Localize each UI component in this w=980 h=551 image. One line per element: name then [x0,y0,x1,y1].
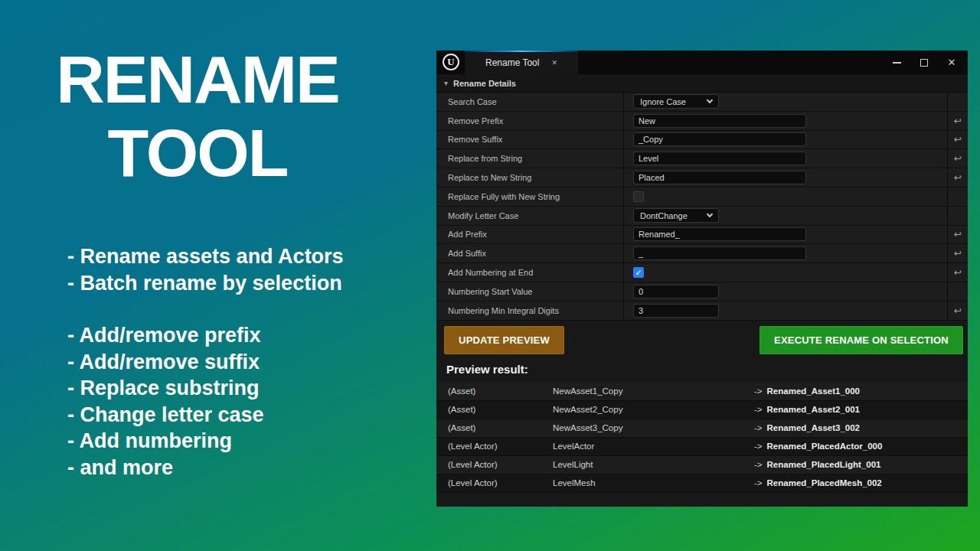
form-row-remove-prefix: Remove Prefix ↩ [436,112,968,131]
field-label: Remove Prefix [436,112,624,130]
field-label: Remove Suffix [436,131,624,149]
asset-type: (Asset) [436,386,553,396]
table-row: (Asset) NewAsset1_Copy ->Renamed_Asset1_… [436,383,968,401]
feature-item: - Batch rename by selection [67,270,344,297]
reset-cell [947,187,968,206]
feature-item: - Replace substring [67,375,344,402]
search-case-dropdown[interactable]: Ignore Case [633,94,719,109]
unreal-engine-logo-icon: U [443,54,459,70]
checkmark-icon: ✓ [635,269,642,277]
asset-type: (Asset) [436,423,553,432]
tab-close-icon[interactable]: ✕ [551,59,557,67]
feature-item: - and more [67,455,344,481]
reset-to-default-icon[interactable]: ↩ [954,172,962,183]
field-label: Add Prefix [436,226,624,244]
reset-cell: ↩ [947,263,968,282]
old-name: NewAsset1_Copy [553,386,754,396]
form-row-numbering-start: Numbering Start Value [436,282,968,302]
table-row: (Asset) NewAsset3_Copy ->Renamed_Asset3_… [436,419,968,438]
arrow-glyph: -> [754,478,763,487]
reset-cell: ↩ [947,131,968,149]
tab-rename-tool[interactable]: Rename Tool ✕ [465,51,578,74]
old-name: NewAsset3_Copy [553,423,754,432]
table-row: (Level Actor) LevelMesh ->Renamed_Placed… [436,474,968,493]
minimize-icon [893,62,901,64]
replace-to-input[interactable] [633,171,806,184]
preview-result-heading: Preview result: [446,363,968,376]
dropdown-value: DontChange [640,211,688,220]
field-label: Modify Letter Case [436,207,624,225]
tab-label: Rename Tool [485,57,540,68]
page-title: RENAME TOOL [21,43,374,190]
arrow-glyph: -> [754,423,763,432]
field-label: Replace to New String [436,168,624,187]
reset-to-default-icon[interactable]: ↩ [954,116,962,126]
form-row-replace-from: Replace from String ↩ [436,149,968,168]
asset-type: (Level Actor) [436,442,553,451]
asset-type: (Level Actor) [436,460,553,469]
feature-list: - Rename assets and Actors - Batch renam… [67,243,344,507]
reset-to-default-icon[interactable]: ↩ [954,153,962,164]
field-label: Numbering Min Integral Digits [436,302,624,320]
reset-cell: ↩ [947,149,968,168]
rename-details-header[interactable]: ▾ Rename Details [436,74,968,93]
modify-letter-case-dropdown[interactable]: DontChange [633,208,719,223]
rename-tool-window: U Rename Tool ✕ ✕ ▾ Rename Details Searc… [436,51,968,507]
new-name: Renamed_PlacedLight_001 [767,460,881,469]
feature-item: - Rename assets and Actors [67,243,344,270]
window-titlebar[interactable]: U Rename Tool ✕ ✕ [436,51,968,74]
numbering-digits-input[interactable] [633,304,719,318]
new-name: Renamed_Asset3_002 [767,423,860,432]
feature-item: - Add numbering [67,428,344,455]
replace-from-input[interactable] [633,152,806,165]
form-row-add-numbering: Add Numbering at End ✓ ↩ [436,263,968,282]
reset-to-default-icon[interactable]: ↩ [954,229,962,240]
reset-cell: ↩ [947,302,968,320]
replace-fully-checkbox[interactable] [633,191,644,202]
maximize-icon [920,59,928,67]
reset-cell [947,282,968,301]
reset-cell: ↩ [947,168,968,187]
reset-cell: ↩ [947,244,968,262]
minimize-button[interactable] [885,54,908,71]
feature-item: - Change letter case [67,402,344,429]
remove-suffix-input[interactable] [633,132,806,146]
form-row-modify-letter-case: Modify Letter Case DontChange [436,207,968,226]
reset-to-default-icon[interactable]: ↩ [954,248,962,259]
reset-to-default-icon[interactable]: ↩ [954,134,962,145]
execute-rename-button[interactable]: EXECUTE RENAME ON SELECTION [760,326,963,354]
new-name: Renamed_PlacedMesh_002 [767,478,882,487]
arrow-glyph: -> [754,386,763,396]
field-label: Numbering Start Value [436,282,624,301]
form-row-remove-suffix: Remove Suffix ↩ [436,131,968,150]
numbering-start-input[interactable] [633,285,719,298]
preview-section: UPDATE PREVIEW EXECUTE RENAME ON SELECTI… [436,321,968,507]
maximize-button[interactable] [913,54,936,71]
reset-to-default-icon[interactable]: ↩ [954,305,962,316]
feature-item: - Add/remove prefix [67,322,344,349]
close-button[interactable]: ✕ [940,54,963,71]
form-row-add-prefix: Add Prefix ↩ [436,226,968,245]
reset-cell: ↩ [947,226,968,244]
reset-to-default-icon[interactable]: ↩ [954,267,962,278]
title-line-2: TOOL [21,116,374,190]
form-row-numbering-digits: Numbering Min Integral Digits ↩ [436,302,968,321]
add-suffix-input[interactable] [633,246,806,260]
new-name: Renamed_Asset1_000 [767,386,860,396]
add-prefix-input[interactable] [633,227,806,241]
arrow-glyph: -> [754,460,763,469]
reset-cell: ↩ [947,112,968,130]
field-label: Replace from String [436,149,624,168]
form-row-replace-fully: Replace Fully with New String [436,187,968,207]
collapse-arrow-icon[interactable]: ▾ [444,79,448,87]
old-name: LevelMesh [553,478,754,487]
add-numbering-checkbox[interactable]: ✓ [633,267,644,278]
chevron-down-icon [707,97,713,103]
remove-prefix-input[interactable] [633,114,806,128]
field-label: Replace Fully with New String [436,187,624,206]
old-name: LevelLight [553,460,754,469]
update-preview-button[interactable]: UPDATE PREVIEW [444,326,564,354]
feature-group-secondary: - Add/remove prefix - Add/remove suffix … [67,322,344,481]
preview-table: (Asset) NewAsset1_Copy ->Renamed_Asset1_… [436,383,968,493]
asset-type: (Asset) [436,405,553,414]
